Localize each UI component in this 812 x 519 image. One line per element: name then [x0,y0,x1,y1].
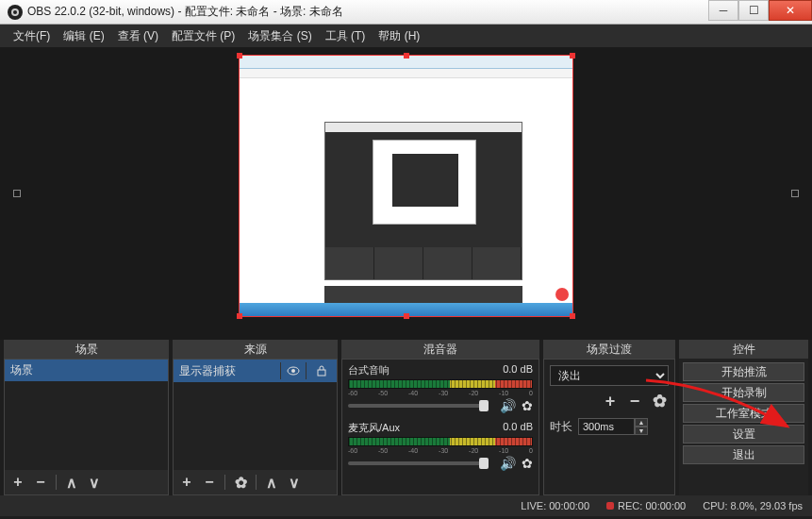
source-down-button[interactable]: ∨ [285,473,304,492]
svg-rect-4 [318,370,325,376]
vu-meter [348,437,533,446]
scene-up-button[interactable]: ∧ [62,473,81,492]
dock-controls-header: 控件 [679,340,808,359]
dock-sources: 来源 显示器捕获 + − ✿ ∧ ∨ [173,340,338,495]
mixer-channel: 台式音响0.0 dB -60-50-40-30-20-100 🔊 ✿ [342,360,539,417]
dock-mixer: 混音器 台式音响0.0 dB -60-50-40-30-20-100 🔊 ✿ 麦… [341,340,539,495]
app-icon [8,5,23,20]
menu-scene-collection[interactable]: 场景集合 (S) [242,26,317,46]
duration-label: 时长 [550,419,572,435]
mixer-channel: 麦克风/Aux0.0 dB -60-50-40-30-20-100 🔊 ✿ [342,417,539,475]
preview-area[interactable] [0,47,812,340]
preview-source-selection[interactable] [239,55,573,317]
transition-add-button[interactable]: + [601,392,620,410]
transition-remove-button[interactable]: − [625,392,644,410]
maximize-button[interactable]: ☐ [738,0,769,21]
scene-list-item[interactable]: 场景 [5,360,168,381]
menu-help[interactable]: 帮助 (H) [373,26,425,46]
transition-select[interactable]: 淡出 [550,365,669,386]
separator [224,475,225,490]
duration-up[interactable]: ▲ [635,418,648,427]
scene-down-button[interactable]: ∨ [85,473,104,492]
speaker-icon[interactable]: 🔊 [500,456,516,471]
volume-slider[interactable] [348,461,489,465]
source-label: 显示器捕获 [179,363,236,379]
window-titlebar: OBS 22.0.2 (32-bit, windows) - 配置文件: 未命名… [0,0,812,25]
dock-scenes: 场景 场景 + − ∧ ∨ [4,340,169,495]
transition-settings-button[interactable]: ✿ [650,392,669,410]
captured-display [240,56,572,316]
mixer-name: 麦克风/Aux [348,421,400,435]
mixer-name: 台式音响 [348,363,389,377]
menu-profile[interactable]: 配置文件 (P) [166,26,240,46]
duration-down[interactable]: ▼ [635,427,648,435]
source-remove-button[interactable]: − [200,473,219,492]
scene-remove-button[interactable]: − [31,473,50,492]
start-streaming-button[interactable]: 开始推流 [683,362,804,381]
menu-view[interactable]: 查看 (V) [112,26,164,46]
dock-controls: 控件 开始推流 开始录制 工作室模式 设置 退出 [679,340,808,495]
studio-mode-button[interactable]: 工作室模式 [683,404,804,423]
mixer-db: 0.0 dB [503,421,533,435]
crop-handle-left[interactable] [13,190,21,197]
start-recording-button[interactable]: 开始录制 [683,383,804,402]
dock-scenes-header: 场景 [4,340,169,359]
status-live: LIVE: 00:00:00 [521,500,589,511]
settings-button[interactable]: 设置 [683,425,804,444]
vu-scale: -60-50-40-30-20-100 [348,390,533,397]
source-add-button[interactable]: + [177,473,196,492]
window-title: OBS 22.0.2 (32-bit, windows) - 配置文件: 未命名… [27,4,708,20]
vu-meter [348,379,533,389]
mixer-db: 0.0 dB [503,363,533,377]
status-rec: REC: 00:00:00 [606,500,686,511]
separator [256,475,257,490]
dock-sources-header: 来源 [173,340,338,359]
menu-edit[interactable]: 编辑 (E) [58,26,109,46]
separator [56,475,57,490]
svg-point-3 [291,369,295,373]
record-indicator-icon [606,502,614,510]
dock-transitions-header: 场景过渡 [543,340,675,359]
docks-row: 场景 场景 + − ∧ ∨ 来源 显示器捕获 + − ✿ [0,340,812,495]
gear-icon[interactable]: ✿ [522,456,533,471]
status-cpu: CPU: 8.0%, 29.03 fps [703,500,803,511]
menubar: 文件(F) 编辑 (E) 查看 (V) 配置文件 (P) 场景集合 (S) 工具… [0,25,812,47]
speaker-icon[interactable]: 🔊 [500,398,516,413]
close-button[interactable]: ✕ [769,0,812,21]
sources-toolbar: + − ✿ ∧ ∨ [174,470,337,494]
svg-point-1 [13,10,17,14]
menu-tools[interactable]: 工具 (T) [320,26,372,46]
duration-input[interactable] [578,418,635,435]
source-list-item[interactable]: 显示器捕获 [174,360,337,382]
scenes-toolbar: + − ∧ ∨ [5,470,168,494]
status-bar: LIVE: 00:00:00 REC: 00:00:00 CPU: 8.0%, … [0,495,812,516]
exit-button[interactable]: 退出 [683,445,804,464]
source-up-button[interactable]: ∧ [262,473,281,492]
lock-icon[interactable] [312,365,331,377]
source-settings-button[interactable]: ✿ [231,473,250,492]
volume-slider[interactable] [348,404,489,408]
dock-mixer-header: 混音器 [341,340,539,359]
menu-file[interactable]: 文件(F) [8,26,56,46]
crop-handle-right[interactable] [791,190,799,197]
dock-transitions: 场景过渡 淡出 + − ✿ 时长 ▲▼ [543,340,675,495]
minimize-button[interactable]: ─ [708,0,738,21]
gear-icon[interactable]: ✿ [522,398,533,413]
visibility-icon[interactable] [280,362,307,379]
scene-add-button[interactable]: + [8,473,27,492]
vu-scale: -60-50-40-30-20-100 [348,447,533,455]
